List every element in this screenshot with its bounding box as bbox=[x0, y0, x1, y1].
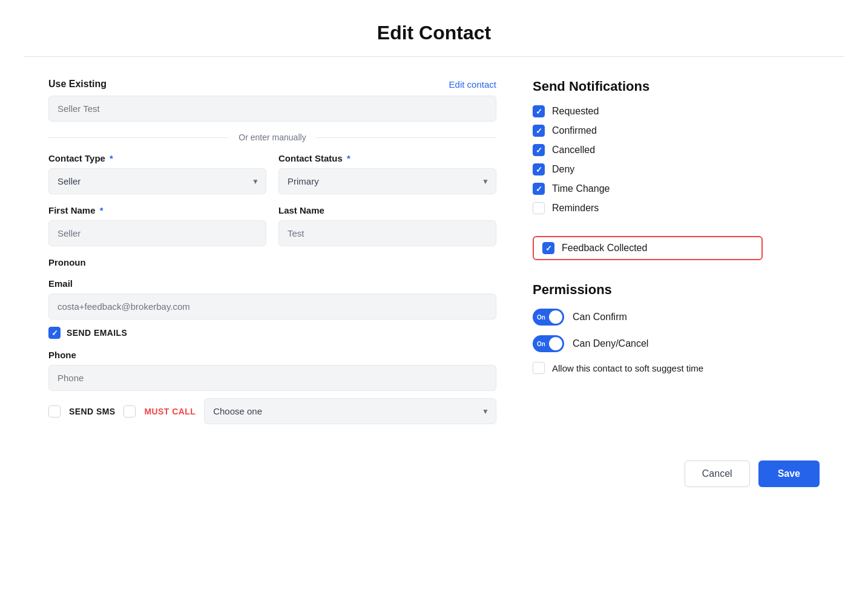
notification-label-confirmed: Confirmed bbox=[552, 125, 597, 136]
contact-type-status-row: Contact Type * Seller ▼ Contact Status * bbox=[48, 153, 496, 194]
notification-label-cancelled: Cancelled bbox=[552, 145, 595, 156]
notification-item-confirmed: Confirmed bbox=[533, 125, 763, 137]
must-call-checkbox[interactable] bbox=[123, 405, 136, 418]
sms-row: SEND SMS MUST CALL Choose one ▼ bbox=[48, 398, 496, 424]
contact-type-required: * bbox=[110, 153, 113, 163]
soft-suggest-item: Allow this contact to soft suggest time bbox=[533, 362, 763, 374]
edit-contact-link[interactable]: Edit contact bbox=[449, 79, 496, 90]
email-label: Email bbox=[48, 278, 496, 289]
contact-status-required: * bbox=[347, 153, 350, 163]
notification-item-deny: Deny bbox=[533, 163, 763, 175]
feedback-collected-item: Feedback Collected bbox=[533, 236, 763, 260]
contact-status-label: Contact Status * bbox=[278, 153, 496, 163]
page-container: Edit Contact Use Existing Edit contact O… bbox=[0, 0, 868, 616]
first-name-label: First Name * bbox=[48, 205, 266, 215]
left-panel: Use Existing Edit contact Or enter manua… bbox=[48, 79, 496, 424]
phone-section: Phone bbox=[48, 350, 496, 391]
contact-type-select[interactable]: Seller bbox=[48, 168, 266, 194]
phone-label: Phone bbox=[48, 350, 496, 360]
email-section: Email bbox=[48, 278, 496, 319]
cancel-button[interactable]: Cancel bbox=[685, 460, 750, 487]
notification-label-requested: Requested bbox=[552, 106, 599, 117]
first-name-required: * bbox=[100, 205, 104, 215]
last-name-group: Last Name bbox=[278, 205, 496, 246]
last-name-label: Last Name bbox=[278, 205, 496, 215]
toggle-knob-deny bbox=[549, 337, 562, 350]
permission-item-can-deny: On Can Deny/Cancel bbox=[533, 335, 763, 352]
must-call-label: MUST CALL bbox=[144, 407, 196, 416]
notification-item-requested: Requested bbox=[533, 105, 763, 117]
first-name-input[interactable] bbox=[48, 220, 266, 246]
toggle-knob-confirm bbox=[549, 310, 562, 324]
pronoun-section: Pronoun bbox=[48, 257, 496, 267]
permissions-title: Permissions bbox=[533, 282, 763, 298]
feedback-collected-label: Feedback Collected bbox=[562, 243, 647, 254]
main-content: Use Existing Edit contact Or enter manua… bbox=[0, 57, 868, 448]
contact-type-group: Contact Type * Seller ▼ bbox=[48, 153, 266, 194]
toggle-can-confirm[interactable]: On bbox=[533, 309, 564, 326]
permission-item-can-confirm: On Can Confirm bbox=[533, 309, 763, 326]
save-button[interactable]: Save bbox=[758, 460, 820, 487]
permissions-section: Permissions On Can Confirm On Can Deny/ bbox=[533, 282, 763, 374]
or-divider: Or enter manually bbox=[48, 133, 496, 142]
contact-type-label: Contact Type * bbox=[48, 153, 266, 163]
send-sms-checkbox[interactable] bbox=[48, 405, 61, 418]
notification-item-reminders: Reminders bbox=[533, 202, 763, 214]
soft-suggest-checkbox[interactable] bbox=[533, 362, 545, 374]
choose-one-select-wrapper: Choose one ▼ bbox=[204, 398, 496, 424]
send-notifications-title: Send Notifications bbox=[533, 79, 763, 94]
send-sms-label: SEND SMS bbox=[69, 407, 115, 416]
footer-buttons: Cancel Save bbox=[0, 448, 868, 511]
toggle-can-deny[interactable]: On bbox=[533, 335, 564, 352]
notification-label-time-change: Time Change bbox=[552, 183, 610, 194]
right-panel: Send Notifications Requested Confirmed C… bbox=[533, 79, 763, 424]
choose-one-wrapper: Choose one ▼ bbox=[204, 398, 496, 424]
use-existing-label: Use Existing bbox=[48, 79, 107, 90]
contact-status-select[interactable]: Primary bbox=[278, 168, 496, 194]
choose-one-select[interactable]: Choose one bbox=[204, 398, 496, 424]
notification-checkbox-reminders[interactable] bbox=[533, 202, 545, 214]
notification-checkbox-requested[interactable] bbox=[533, 105, 545, 117]
contact-type-wrapper: Seller ▼ bbox=[48, 168, 266, 194]
contact-status-group: Contact Status * Primary ▼ bbox=[278, 153, 496, 194]
phone-input[interactable] bbox=[48, 365, 496, 391]
notification-label-deny: Deny bbox=[552, 164, 574, 175]
notification-checkbox-cancelled[interactable] bbox=[533, 144, 545, 156]
contact-status-wrapper: Primary ▼ bbox=[278, 168, 496, 194]
notification-checkbox-time-change[interactable] bbox=[533, 183, 545, 195]
notification-item-cancelled: Cancelled bbox=[533, 144, 763, 156]
first-name-group: First Name * bbox=[48, 205, 266, 246]
toggle-on-label-confirm: On bbox=[537, 314, 545, 321]
soft-suggest-label: Allow this contact to soft suggest time bbox=[552, 363, 703, 373]
notification-item-time-change: Time Change bbox=[533, 183, 763, 195]
permission-label-can-confirm: Can Confirm bbox=[573, 312, 627, 323]
notification-checkbox-deny[interactable] bbox=[533, 163, 545, 175]
last-name-input[interactable] bbox=[278, 220, 496, 246]
email-input[interactable] bbox=[48, 293, 496, 319]
send-emails-label: SEND EMAILS bbox=[67, 328, 127, 338]
toggle-on-label-deny: On bbox=[537, 341, 545, 347]
notification-checkbox-confirmed[interactable] bbox=[533, 125, 545, 137]
permission-label-can-deny: Can Deny/Cancel bbox=[573, 338, 648, 349]
name-row: First Name * Last Name bbox=[48, 205, 496, 246]
use-existing-row: Use Existing Edit contact bbox=[48, 79, 496, 90]
send-emails-checkbox[interactable] bbox=[48, 327, 61, 339]
notification-list: Requested Confirmed Cancelled Deny bbox=[533, 105, 763, 214]
page-title: Edit Contact bbox=[0, 0, 868, 56]
use-existing-input[interactable] bbox=[48, 96, 496, 122]
notification-label-reminders: Reminders bbox=[552, 203, 599, 214]
feedback-collected-checkbox[interactable] bbox=[542, 242, 554, 254]
send-emails-row: SEND EMAILS bbox=[48, 327, 496, 339]
pronoun-label: Pronoun bbox=[48, 257, 496, 267]
